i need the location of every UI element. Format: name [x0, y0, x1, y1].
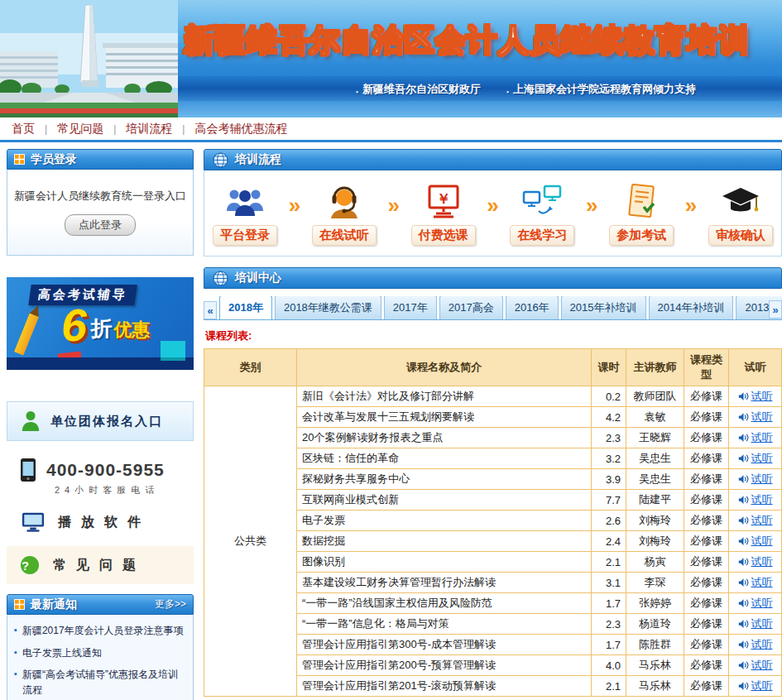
- nav-faq[interactable]: 常见问题: [57, 122, 103, 137]
- year-tab[interactable]: 2016年: [506, 296, 559, 319]
- course-name: 20个案例解读财务报表之重点: [297, 428, 592, 448]
- promo-banner[interactable]: 高会考试辅导 6 折 优惠: [7, 277, 194, 370]
- bullet-icon: ▪: [14, 645, 17, 661]
- tabs-scroll-left[interactable]: «: [204, 301, 217, 319]
- promo-discount-number: 6: [61, 302, 87, 348]
- course-teacher: 教师团队: [626, 386, 684, 407]
- group-signup-entry[interactable]: 单位团体报名入口: [7, 401, 194, 441]
- listen-label: 试听: [751, 410, 773, 424]
- nav-process[interactable]: 培训流程: [126, 122, 172, 137]
- arrow-separator-icon: »: [685, 193, 697, 235]
- arrow-separator-icon: »: [586, 193, 597, 235]
- player-download[interactable]: 播放软件: [15, 511, 185, 533]
- year-tab[interactable]: 2018年继教公需课: [275, 296, 381, 319]
- course-name: 管理会计应用指引第200号-预算管理解读: [297, 655, 592, 676]
- step-online-study: 在线学习: [510, 182, 574, 246]
- year-tab[interactable]: 2018年: [219, 296, 272, 320]
- course-type: 必修课: [684, 386, 729, 407]
- center-section-header: 培训中心: [204, 267, 782, 289]
- tabs-scroll-right[interactable]: »: [769, 300, 782, 319]
- step-label: 在线试听: [312, 225, 377, 246]
- listen-label: 试听: [751, 678, 773, 693]
- globe-icon: [213, 271, 228, 286]
- notice-text: 新疆“高会考试辅导”优惠报名及培训流程: [22, 667, 186, 698]
- grid-icon: [14, 599, 25, 610]
- notice-item[interactable]: ▪ 电子发票上线通知: [14, 645, 186, 661]
- promo-discount-unit: 折: [90, 314, 112, 343]
- course-listen-cell: 试听: [729, 614, 782, 635]
- year-tab[interactable]: 2017年: [384, 296, 437, 319]
- step-label: 在线学习: [510, 225, 574, 246]
- course-type: 必修课: [684, 573, 729, 593]
- notice-more-link[interactable]: 更多>>: [155, 597, 186, 611]
- site-banner: 新疆维吾尔自治区会计人员继续教育培训 ．新疆维吾尔自治区财政厅 ．上海国家会计学…: [0, 0, 782, 117]
- course-hours: 2.1: [592, 676, 626, 697]
- listen-link[interactable]: 试听: [738, 596, 773, 611]
- listen-link[interactable]: 试听: [738, 410, 773, 424]
- login-panel-header: 学员登录: [7, 149, 194, 170]
- course-name: 基本建设竣工财务决算管理暂行办法解读: [297, 573, 592, 593]
- course-listen-cell: 试听: [729, 490, 782, 511]
- course-listen-cell: 试听: [729, 552, 782, 573]
- login-entry-text: 新疆会计人员继续教育统一登录入口: [14, 189, 186, 204]
- speaker-icon: [738, 660, 749, 670]
- speaker-icon: [738, 474, 749, 484]
- course-listen-cell: 试听: [729, 428, 782, 448]
- sponsor-snai: ．上海国家会计学院远程教育网倾力支持: [502, 82, 696, 97]
- course-teacher: 李琛: [626, 573, 684, 593]
- course-type: 必修课: [684, 469, 729, 490]
- listen-link[interactable]: 试听: [738, 637, 773, 652]
- speaker-icon: [738, 391, 749, 401]
- nav-gaokuai-discount[interactable]: 高会考辅优惠流程: [194, 122, 287, 137]
- listen-link[interactable]: 试听: [738, 513, 773, 528]
- header-category: 类别: [204, 349, 297, 386]
- listen-label: 试听: [751, 430, 773, 445]
- promo-discount-word: 优惠: [113, 318, 150, 343]
- listen-label: 试听: [751, 616, 773, 631]
- listen-link[interactable]: 试听: [738, 389, 773, 404]
- site-title: 新疆维吾尔自治区会计人员继续教育培训: [184, 20, 750, 61]
- notice-item[interactable]: ▪ 新疆“高会考试辅导”优惠报名及培训流程: [14, 667, 186, 698]
- year-tab[interactable]: 2014年补培训: [649, 296, 734, 319]
- nav-separator: |: [182, 123, 185, 135]
- speaker-icon: [738, 536, 749, 546]
- question-icon: ?: [20, 555, 40, 575]
- listen-link[interactable]: 试听: [738, 658, 773, 673]
- listen-link[interactable]: 试听: [738, 472, 773, 487]
- cube-graphic: [161, 341, 185, 361]
- listen-link[interactable]: 试听: [738, 430, 773, 445]
- listen-link[interactable]: 试听: [738, 534, 773, 549]
- course-name: 探秘财务共享服务中心: [297, 469, 592, 490]
- course-listen-cell: 试听: [729, 531, 782, 552]
- speaker-icon: [738, 557, 749, 567]
- login-button[interactable]: 点此登录: [65, 214, 136, 236]
- pay-monitor-icon: ￥: [424, 182, 463, 218]
- step-audit-confirm: 审核确认: [708, 182, 773, 246]
- notice-item[interactable]: ▪ 新疆2017年度会计人员登录注意事项: [14, 623, 186, 639]
- listen-link[interactable]: 试听: [738, 575, 773, 590]
- listen-link[interactable]: 试听: [738, 492, 773, 507]
- listen-link[interactable]: 试听: [738, 554, 773, 569]
- course-listen-cell: 试听: [729, 386, 782, 407]
- course-name: 互联网商业模式创新: [297, 490, 592, 511]
- course-name: 管理会计应用指引第300号-成本管理解读: [297, 635, 592, 655]
- course-table: 类别 课程名称及简介 课时 主讲教师 课程类型 试听 公共类新旧《会计法》对比及…: [204, 348, 782, 697]
- speaker-icon: [738, 412, 749, 422]
- year-tab[interactable]: 2017高会: [439, 296, 503, 319]
- listen-link[interactable]: 试听: [738, 678, 773, 693]
- listen-label: 试听: [751, 534, 773, 549]
- year-tab[interactable]: 2015年补培训: [561, 296, 646, 319]
- listen-link[interactable]: 试听: [738, 616, 773, 631]
- course-type: 必修课: [684, 655, 729, 676]
- svg-text:?: ?: [22, 559, 38, 573]
- course-listen-cell: 试听: [729, 469, 782, 490]
- faq-entry[interactable]: ? 常见问题: [7, 546, 194, 584]
- graduation-cap-icon: [721, 182, 760, 218]
- listen-link[interactable]: 试听: [738, 451, 773, 466]
- nav-home[interactable]: 首页: [12, 122, 35, 137]
- course-name: 管理会计应用指引第201号-滚动预算解读: [297, 676, 592, 697]
- listen-label: 试听: [751, 492, 773, 507]
- course-hours: 2.1: [592, 552, 626, 573]
- promo-discount: 6 折 优惠: [61, 302, 150, 348]
- arrow-separator-icon: »: [487, 193, 498, 235]
